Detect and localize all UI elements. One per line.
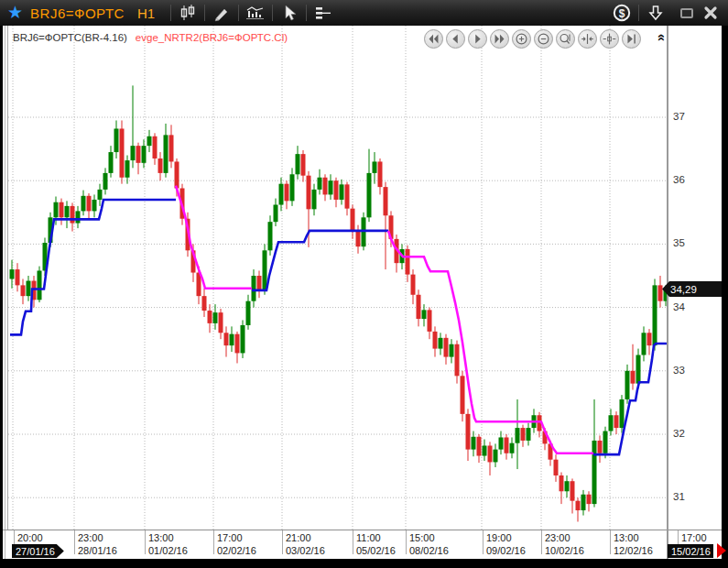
date-tick-label-boxed: 27/01/16 [12,544,64,558]
minimize-icon[interactable] [675,2,699,24]
svg-text:$: $ [619,7,625,20]
separator [306,5,307,21]
time-tick-label: 17:00 [681,532,707,543]
date-tick-label-boxed: 15/02/16 [668,544,713,558]
indicator-label: evge_NRTR2(BRJ6=ФОРТС.Cl) [136,32,288,43]
compress-bars-button[interactable] [578,29,597,49]
zoom-out-button[interactable] [534,29,553,49]
zoom-area-button[interactable] [556,29,575,49]
collapse-toolbar-icon[interactable]: « [653,30,671,45]
price-tick-label: 31 [673,491,685,502]
time-tick-mark [610,530,611,554]
chart-body: BRJ6=ФОРТС(BR-4.16) evge_NRTR2(BRJ6=ФОРТ… [3,26,722,559]
scroll-fast-left-button[interactable] [424,29,443,49]
date-tick-label: 01/02/16 [148,545,188,556]
time-tick-mark [353,530,353,554]
time-tick-label: 17:00 [217,532,243,543]
go-to-end-button[interactable] [622,29,641,49]
time-tick-label: 21:00 [286,532,311,543]
time-tick-mark [541,530,542,554]
separator [272,5,273,21]
date-tick-label: 03/02/16 [286,545,325,556]
time-tick-mark [145,530,146,554]
time-tick-label: 13:00 [148,532,174,543]
download-arrow-icon[interactable] [644,2,668,24]
plot-area[interactable] [7,26,668,530]
close-icon[interactable] [699,2,723,24]
separator [238,5,239,21]
time-tick-mark [282,530,283,554]
chart-window: ★ BRJ6=ФОРТС H1 [0,0,728,568]
price-tick-label: 36 [673,174,685,185]
time-tick-mark [74,530,75,554]
cursor-mode-icon[interactable] [277,2,301,24]
time-axis-separator [3,530,722,530]
price-tick-label: 32 [673,428,685,439]
date-tick-label: 05/02/16 [356,545,396,556]
fit-vertical-button[interactable] [600,29,619,49]
date-tick-label: 02/02/16 [217,545,256,556]
time-tick-label: 11:00 [356,532,381,543]
currency-icon[interactable]: $ [610,2,634,24]
zoom-in-button[interactable] [512,29,531,49]
separator [638,5,639,21]
time-tick-label: 19:00 [486,532,512,543]
frame-edge [5,26,5,559]
price-tick-label: 35 [673,237,685,248]
time-tick-label: 13:00 [614,532,639,543]
date-tick-label: 10/02/16 [545,545,584,556]
time-tick-label: 23:00 [78,532,103,543]
instrument-label: BRJ6=ФОРТС(BR-4.16) [13,32,127,43]
time-tick-mark [483,530,484,554]
window-symbol-label: BRJ6=ФОРТС [30,5,125,21]
last-date-arrow [717,543,726,558]
levels-icon[interactable] [311,2,335,24]
time-tick-label: 15:00 [409,532,435,543]
scroll-right-button[interactable] [468,29,487,49]
chart-nav-toolbar [424,29,641,49]
separator [170,5,171,21]
scroll-fast-right-button[interactable] [490,29,509,49]
time-tick-mark [406,530,407,554]
price-tick-label: 37 [673,111,685,122]
time-tick-mark [213,530,214,554]
draw-pencil-icon[interactable] [210,2,234,24]
date-tick-label: 28/01/16 [78,545,117,556]
title-bar: ★ BRJ6=ФОРТС H1 [0,0,728,26]
date-tick-label: 09/02/16 [486,545,526,556]
current-price-tag: 34,29 [662,281,722,297]
indicator-icon[interactable] [244,2,267,24]
chart-header-labels: BRJ6=ФОРТС(BR-4.16) evge_NRTR2(BRJ6=ФОРТ… [13,32,288,43]
price-tick-label: 34 [673,301,685,312]
separator [204,5,205,21]
time-tick-label: 23:00 [545,532,570,543]
date-tick-label: 08/02/16 [409,545,449,556]
scroll-left-button[interactable] [446,29,465,49]
timeframe-label: H1 [137,5,155,21]
favorite-star-icon[interactable]: ★ [7,0,23,26]
price-tick-label: 33 [673,365,685,376]
date-tick-label: 12/02/16 [614,545,653,556]
candlestick-plot [8,26,668,530]
time-tick-label: 20:00 [17,532,43,543]
chart-type-candles-icon[interactable] [176,2,200,24]
